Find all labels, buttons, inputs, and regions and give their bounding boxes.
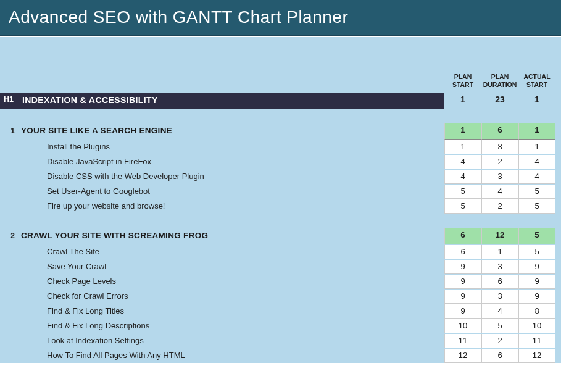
group-plan-duration[interactable]: 6 — [481, 123, 518, 140]
cell-plan-duration[interactable]: 2 — [481, 155, 518, 169]
cell-plan-start[interactable]: 9 — [444, 290, 481, 304]
section-title: INDEXATION & ACCESSIBILITY — [17, 93, 444, 109]
task-name[interactable]: Find & Fix Long Descriptions — [17, 319, 444, 333]
col-actual-start: ACTUAL START — [518, 73, 555, 93]
group-number: 1 — [0, 123, 17, 140]
task-name[interactable]: Look at Indexation Settings — [17, 334, 444, 348]
cell-actual-start[interactable]: 12 — [518, 349, 555, 363]
page-title: Advanced SEO with GANTT Chart Planner — [9, 7, 348, 27]
cell-plan-duration[interactable]: 3 — [481, 290, 518, 304]
cell-plan-start[interactable]: 12 — [444, 349, 481, 363]
cell-actual-start[interactable]: 4 — [518, 155, 555, 169]
cell-plan-start[interactable]: 9 — [444, 260, 481, 274]
col-label: START — [452, 81, 473, 88]
cell-actual-start[interactable]: 11 — [518, 334, 555, 348]
cell-plan-duration[interactable]: 2 — [481, 199, 518, 214]
col-label: ACTUAL — [523, 73, 550, 80]
cell-plan-duration[interactable]: 3 — [481, 260, 518, 274]
task-row: Check Page Levels 9 6 9 — [0, 274, 561, 289]
section-row: H1 INDEXATION & ACCESSIBILITY 1 23 1 — [0, 93, 561, 109]
cell-plan-start[interactable]: 11 — [444, 334, 481, 348]
task-name[interactable]: Disable CSS with the Web Developer Plugi… — [17, 170, 444, 184]
task-name[interactable]: Find & Fix Long Titles — [17, 304, 444, 319]
task-name[interactable]: Set User-Agent to Googlebot — [17, 185, 444, 199]
task-row: Find & Fix Long Titles 9 4 8 — [0, 304, 561, 319]
task-row: Look at Indexation Settings 11 2 11 — [0, 333, 561, 348]
col-label: START — [526, 81, 547, 88]
group-number: 2 — [0, 228, 17, 244]
task-name[interactable]: Fire up your website and browse! — [17, 199, 444, 214]
cell-plan-start[interactable]: 9 — [444, 275, 481, 289]
cell-actual-start[interactable]: 9 — [518, 275, 555, 289]
cell-actual-start[interactable]: 5 — [518, 185, 555, 199]
section-chip: H1 — [0, 93, 17, 109]
cell-actual-start[interactable]: 5 — [518, 199, 555, 214]
task-name[interactable]: Save Your Crawl — [17, 260, 444, 274]
group-actual-start[interactable]: 1 — [518, 123, 555, 140]
column-header-row: PLAN START PLAN DURATION ACTUAL START — [0, 37, 561, 93]
cell-actual-start[interactable]: 4 — [518, 170, 555, 184]
cell-actual-start[interactable]: 1 — [518, 140, 555, 154]
cell-actual-start[interactable]: 9 — [518, 260, 555, 274]
cell-plan-start[interactable]: 1 — [444, 140, 481, 154]
cell-plan-duration[interactable]: 6 — [481, 349, 518, 363]
cell-actual-start[interactable]: 10 — [518, 319, 555, 333]
cell-plan-duration[interactable]: 5 — [481, 319, 518, 333]
cell-actual-start[interactable]: 9 — [518, 290, 555, 304]
cell-plan-duration[interactable]: 4 — [481, 304, 518, 319]
cell-plan-duration[interactable]: 1 — [481, 245, 518, 259]
section-plan-duration[interactable]: 23 — [481, 93, 518, 109]
task-row: Find & Fix Long Descriptions 10 5 10 — [0, 319, 561, 333]
group-plan-start[interactable]: 1 — [444, 123, 481, 140]
section-plan-start[interactable]: 1 — [444, 93, 481, 109]
col-label: DURATION — [483, 81, 517, 88]
cell-plan-start[interactable]: 4 — [444, 170, 481, 184]
task-name[interactable]: Crawl The Site — [17, 245, 444, 259]
group-plan-start[interactable]: 6 — [444, 228, 481, 244]
cell-plan-duration[interactable]: 4 — [481, 185, 518, 199]
task-row: Install the Plugins 1 8 1 — [0, 140, 561, 154]
cell-plan-duration[interactable]: 6 — [481, 275, 518, 289]
task-row: Disable CSS with the Web Developer Plugi… — [0, 169, 561, 184]
worksheet: PLAN START PLAN DURATION ACTUAL START H1… — [0, 37, 561, 363]
task-name[interactable]: Check for Crawl Errors — [17, 290, 444, 304]
task-name[interactable]: How To Find All Pages With Any HTML — [17, 349, 444, 363]
group-title: CRAWL YOUR SITE WITH SCREAMING FROG — [17, 228, 444, 244]
cell-plan-start[interactable]: 9 — [444, 304, 481, 319]
col-plan-duration: PLAN DURATION — [481, 73, 518, 93]
cell-plan-start[interactable]: 6 — [444, 245, 481, 259]
group-plan-duration[interactable]: 12 — [481, 228, 518, 244]
task-name[interactable]: Disable JavaScript in FireFox — [17, 155, 444, 169]
col-label: PLAN — [491, 73, 509, 80]
cell-actual-start[interactable]: 5 — [518, 245, 555, 259]
task-name[interactable]: Install the Plugins — [17, 140, 444, 154]
cell-actual-start[interactable]: 8 — [518, 304, 555, 319]
task-name[interactable]: Check Page Levels — [17, 275, 444, 289]
col-plan-start: PLAN START — [444, 73, 481, 93]
group-row: 2 CRAWL YOUR SITE WITH SCREAMING FROG 6 … — [0, 228, 561, 244]
task-row: Check for Crawl Errors 9 3 9 — [0, 289, 561, 304]
section-actual-start[interactable]: 1 — [518, 93, 555, 109]
group-actual-start[interactable]: 5 — [518, 228, 555, 244]
task-row: Disable JavaScript in FireFox 4 2 4 — [0, 154, 561, 169]
cell-plan-duration[interactable]: 8 — [481, 140, 518, 154]
cell-plan-start[interactable]: 5 — [444, 199, 481, 214]
task-row: Fire up your website and browse! 5 2 5 — [0, 199, 561, 214]
group-row: 1 YOUR SITE LIKE A SEARCH ENGINE 1 6 1 — [0, 123, 561, 140]
col-label: PLAN — [454, 73, 472, 80]
title-banner: Advanced SEO with GANTT Chart Planner — [0, 0, 561, 36]
cell-plan-start[interactable]: 4 — [444, 155, 481, 169]
cell-plan-start[interactable]: 5 — [444, 185, 481, 199]
group-title: YOUR SITE LIKE A SEARCH ENGINE — [17, 123, 444, 140]
task-row: How To Find All Pages With Any HTML 12 6… — [0, 348, 561, 363]
task-row: Set User-Agent to Googlebot 5 4 5 — [0, 184, 561, 199]
cell-plan-start[interactable]: 10 — [444, 319, 481, 333]
task-row: Crawl The Site 6 1 5 — [0, 244, 561, 259]
cell-plan-duration[interactable]: 3 — [481, 170, 518, 184]
cell-plan-duration[interactable]: 2 — [481, 334, 518, 348]
task-row: Save Your Crawl 9 3 9 — [0, 259, 561, 274]
